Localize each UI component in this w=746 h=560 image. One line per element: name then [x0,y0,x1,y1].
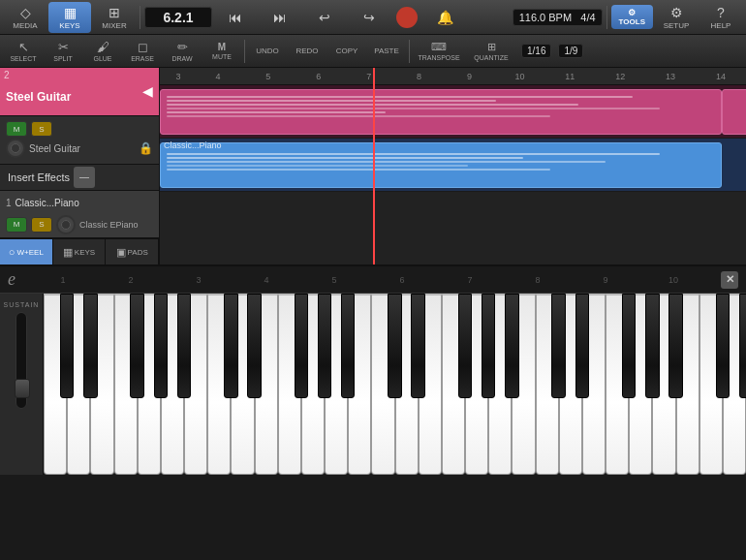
separator-1 [140,6,140,29]
insert-effects-row: Insert Effects — [0,165,159,191]
black-key-1[interactable] [83,294,98,398]
mixer-icon: ⊞ [109,5,120,20]
arrange-area[interactable]: 3 4 5 6 7 8 9 10 11 12 13 14 [160,68,746,264]
separator-3 [244,40,245,63]
track-2-instrument: Classic EPiano [79,220,139,230]
paste-button[interactable]: PASTE [367,37,406,66]
arrange-empty [160,192,746,264]
track-1-name: Steel Guitar [6,90,139,104]
tools-button[interactable]: ⚙ TOOLS [611,5,653,29]
black-key-26[interactable] [668,294,683,398]
record-button[interactable] [396,7,418,28]
transport-display[interactable]: 6.2.1 [144,7,212,28]
sustain-label: SUSTAIN [4,301,40,308]
solo-button-2[interactable]: S [31,217,52,233]
keys-icon: ▦ [64,5,77,20]
keys-button[interactable]: ▦ KEYS [48,2,91,33]
piano-container: SUSTAIN [0,294,746,475]
undo-button[interactable]: UNDO [248,37,287,66]
black-key-24[interactable] [622,294,637,398]
redo-button[interactable]: REDO [288,37,326,66]
keyboard-section: e 1 2 3 4 5 6 7 8 9 10 ✕ SUSTAIN [0,264,746,473]
metronome-button[interactable]: 🔔 [423,2,466,33]
pads-tab[interactable]: ▣ PADS [106,239,159,264]
main-area: 2 Steel Guitar ◀ M S Steel Guitar 🔒 [0,68,746,264]
black-key-28[interactable] [716,294,730,398]
track-1-lane[interactable] [160,85,746,139]
track-2-lane-label: Classic...Piano [164,140,222,150]
track-2-header[interactable]: 1 Classic...Piano M S Classic EPiano [0,191,159,239]
black-key-19[interactable] [505,294,519,398]
fastforward-button[interactable]: ⏭ [259,2,301,33]
black-key-5[interactable] [177,294,192,398]
piano-numbers: 1 2 3 4 5 6 7 8 9 10 [19,275,717,285]
mute-button-1[interactable]: M [6,121,27,137]
black-key-7[interactable] [224,294,238,398]
rewind-button[interactable]: ⏮ [214,2,257,33]
black-key-15[interactable] [411,294,425,398]
mixer-button[interactable]: ⊞ MIXER [93,2,136,33]
erase-tool[interactable]: ◻ ERASE [123,37,162,66]
media-button[interactable]: ◇ MEDIA [4,2,47,33]
black-key-29[interactable] [739,294,746,398]
record-arm-2[interactable] [56,215,76,234]
bottom-tabs: ○ W+EEL ▦ KEYS ▣ PADS [0,238,159,264]
redo-transport-button[interactable]: ↪ [348,2,390,33]
quantize-value[interactable]: 1/16 [521,44,551,58]
transpose-button[interactable]: ⌨ TRANSPOSE [413,37,465,66]
black-key-18[interactable] [482,294,496,398]
split-tool[interactable]: ✂ SPLIT [44,37,82,66]
track-1-instrument: Steel Guitar [29,143,80,154]
track-2-lane[interactable]: Classic...Piano [160,139,746,192]
second-toolbar: ↖ SELECT ✂ SPLIT 🖌 GLUE ◻ ERASE ✏ DRAW M… [0,35,746,68]
black-key-4[interactable] [154,294,169,398]
black-key-17[interactable] [458,294,473,398]
midi-block-1 [160,89,722,135]
copy-button[interactable]: COPY [327,37,366,66]
select-tool[interactable]: ↖ SELECT [4,37,43,66]
black-key-3[interactable] [130,294,144,398]
help-button[interactable]: ? HELP [699,2,742,33]
record-arm-1[interactable] [6,139,25,158]
left-panel: 2 Steel Guitar ◀ M S Steel Guitar 🔒 [0,68,160,264]
black-key-25[interactable] [645,294,660,398]
keys-tab[interactable]: ▦ KEYS [53,239,107,264]
bpm-display[interactable]: 116.0 BPM 4/4 [513,9,603,26]
quantize-button[interactable]: ⊞ QUANTIZE [466,37,516,66]
insert-effects-button[interactable]: — [74,167,95,188]
playhead [373,68,375,264]
black-key-22[interactable] [575,294,590,398]
keys-tab-icon: ▦ [63,246,73,259]
piano-keys-area [44,294,746,475]
separator-2 [606,6,607,29]
black-key-8[interactable] [247,294,262,398]
undo-transport-button[interactable]: ↩ [303,2,346,33]
track-2-name: Classic...Piano [16,198,153,208]
close-keyboard-button[interactable]: ✕ [721,271,738,289]
track-1-arrow[interactable]: ◀ [142,83,153,99]
pads-icon: ▣ [116,246,126,259]
extra-quantize-value[interactable]: 1/9 [558,44,583,58]
insert-effects-label: Insert Effects [8,171,70,183]
draw-tool[interactable]: ✏ DRAW [163,37,202,66]
wheel-tab[interactable]: ○ W+EEL [0,239,53,264]
black-key-10[interactable] [295,294,309,398]
sustain-slider[interactable] [16,312,27,409]
top-toolbar: ◇ MEDIA ▦ KEYS ⊞ MIXER 6.2.1 ⏮ ⏭ ↩ ↪ 🔔 1… [0,0,746,35]
black-key-0[interactable] [60,294,75,398]
glue-tool[interactable]: 🖌 GLUE [83,37,122,66]
mute-button-2[interactable]: M [6,217,27,233]
mute-tool[interactable]: M MUTE [202,37,241,66]
midi-block-2 [160,142,722,188]
setup-button[interactable]: ⚙ SETUP [655,2,698,33]
black-key-11[interactable] [318,294,332,398]
track-2-number: 1 [6,198,12,208]
lock-icon: 🔒 [139,141,153,155]
black-key-12[interactable] [341,294,356,398]
solo-button-1[interactable]: S [31,121,52,137]
black-key-14[interactable] [388,294,402,398]
sustain-knob[interactable] [15,379,30,398]
black-key-21[interactable] [551,294,566,398]
wheel-icon: ○ [9,246,16,258]
track-1-header[interactable]: 2 Steel Guitar ◀ [0,68,159,116]
